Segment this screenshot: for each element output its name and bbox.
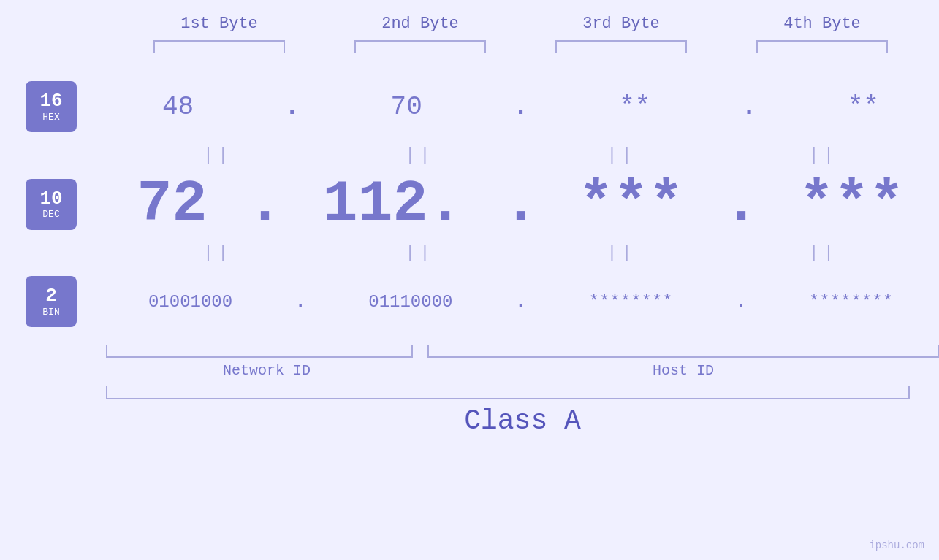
bottom-brackets bbox=[106, 345, 939, 358]
byte3-header: 3rd Byte bbox=[541, 15, 702, 33]
eq2-b4: || bbox=[743, 243, 904, 263]
dec-badge-col: 10 DEC bbox=[0, 172, 102, 237]
hex-row: 16 HEX 48 . 70 . ** . ** bbox=[0, 74, 939, 139]
bin-b3: ******** bbox=[589, 292, 673, 312]
byte1-header: 1st Byte bbox=[139, 15, 300, 33]
eq2-b3: || bbox=[541, 243, 702, 263]
hex-values: 48 . 70 . ** . ** bbox=[102, 92, 939, 122]
class-label: Class A bbox=[106, 405, 939, 437]
equals-row-2: || || || || bbox=[102, 243, 939, 263]
bracket-byte3 bbox=[555, 40, 687, 53]
hex-b3: ** bbox=[619, 92, 650, 122]
bracket-byte1 bbox=[153, 40, 285, 53]
byte4-header: 4th Byte bbox=[742, 15, 902, 33]
dot-bin-1: . bbox=[295, 292, 305, 312]
eq1-b1: || bbox=[137, 145, 298, 165]
dot-hex-3: . bbox=[741, 92, 757, 122]
host-id-label: Host ID bbox=[427, 362, 939, 379]
bin-badge: 2 BIN bbox=[26, 276, 77, 327]
network-bracket bbox=[106, 345, 413, 358]
dot-bin-3: . bbox=[736, 292, 746, 312]
dot-dec-1: . bbox=[247, 171, 282, 237]
bracket-byte4 bbox=[756, 40, 888, 53]
dec-row: 10 DEC 72 . 112. . *** . *** bbox=[0, 171, 939, 237]
dot-bin-2: . bbox=[515, 292, 525, 312]
network-id-label: Network ID bbox=[106, 362, 427, 379]
hex-b4: ** bbox=[848, 92, 879, 122]
main-container: 1st Byte 2nd Byte 3rd Byte 4th Byte 16 H… bbox=[0, 0, 939, 560]
bin-b4: ******** bbox=[809, 292, 893, 312]
dec-b3: *** bbox=[578, 171, 683, 237]
host-bracket bbox=[427, 345, 939, 358]
data-section: 16 HEX 48 . 70 . ** . ** || || || || bbox=[0, 68, 939, 340]
watermark: ipshu.com bbox=[869, 540, 924, 551]
hex-b2: 70 bbox=[391, 92, 422, 122]
dec-b1: 72 bbox=[137, 171, 207, 237]
eq1-b4: || bbox=[743, 145, 904, 165]
bin-row: 2 BIN 01001000 . 01110000 . ******** . *… bbox=[0, 269, 939, 334]
bin-b2: 01110000 bbox=[368, 292, 452, 312]
eq1-b2: || bbox=[339, 145, 500, 165]
bracket-byte2 bbox=[354, 40, 486, 53]
big-bracket bbox=[106, 386, 910, 399]
dec-b2: 112. bbox=[322, 171, 463, 237]
bracket-spacer bbox=[413, 345, 427, 358]
byte-headers: 1st Byte 2nd Byte 3rd Byte 4th Byte bbox=[119, 15, 923, 33]
equals-row-1: || || || || bbox=[102, 145, 939, 165]
top-brackets bbox=[119, 40, 923, 53]
dec-badge: 10 DEC bbox=[26, 179, 77, 230]
dec-b4: *** bbox=[799, 171, 904, 237]
id-labels: Network ID Host ID bbox=[106, 362, 939, 379]
dec-values: 72 . 112. . *** . *** bbox=[102, 171, 939, 237]
bin-badge-col: 2 BIN bbox=[0, 269, 102, 334]
eq1-b3: || bbox=[541, 145, 702, 165]
eq2-b1: || bbox=[137, 243, 298, 263]
dot-dec-2: . bbox=[503, 171, 538, 237]
bottom-section: Network ID Host ID Class A bbox=[106, 345, 939, 437]
hex-badge-col: 16 HEX bbox=[0, 74, 102, 139]
bin-values: 01001000 . 01110000 . ******** . *******… bbox=[102, 292, 939, 312]
hex-b1: 48 bbox=[162, 92, 194, 122]
hex-badge: 16 HEX bbox=[26, 81, 77, 132]
eq2-b2: || bbox=[339, 243, 500, 263]
dot-hex-1: . bbox=[284, 92, 300, 122]
dot-dec-3: . bbox=[723, 171, 759, 237]
byte2-header: 2nd Byte bbox=[340, 15, 501, 33]
dot-hex-2: . bbox=[513, 92, 529, 122]
bin-b1: 01001000 bbox=[148, 292, 232, 312]
